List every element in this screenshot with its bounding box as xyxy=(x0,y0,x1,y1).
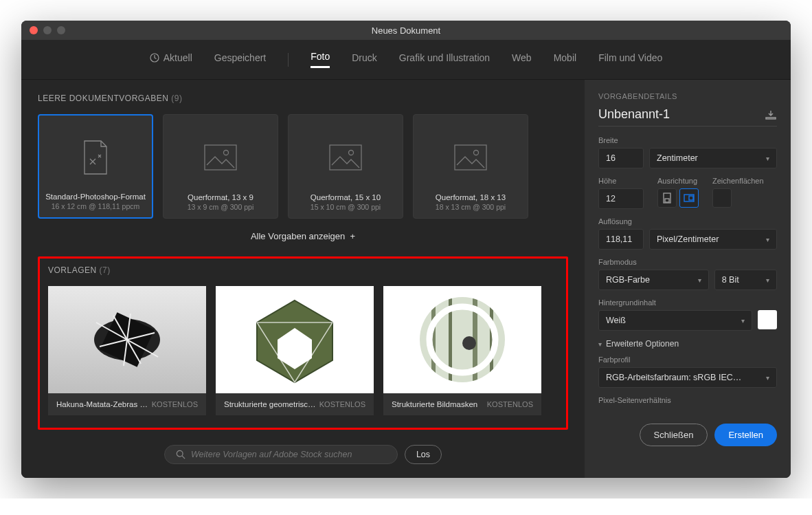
document-name[interactable]: Unbenannt-1 xyxy=(598,107,670,122)
svg-line-25 xyxy=(182,456,185,459)
search-icon xyxy=(176,450,185,459)
bg-select[interactable]: Weiß▾ xyxy=(598,310,752,331)
minimize-window-button[interactable] xyxy=(43,26,52,34)
search-input-wrap[interactable] xyxy=(164,445,398,464)
width-label: Breite xyxy=(598,136,777,144)
preset-card[interactable]: Querformat, 13 x 9 13 x 9 cm @ 300 ppi xyxy=(163,114,278,219)
presets-heading: LEERE DOKUMENTVORGABEN (9) xyxy=(38,94,568,103)
svg-point-24 xyxy=(177,450,183,457)
stock-search: Los xyxy=(38,445,568,464)
window-title: Neues Dokument xyxy=(21,25,791,36)
main-panel: LEERE DOKUMENTVORGABEN (9) Standard-Phot… xyxy=(21,80,585,478)
template-card[interactable]: Strukturierte geometrisch…KOSTENLOS xyxy=(216,286,374,415)
details-heading: VORGABENDETAILS xyxy=(598,92,777,100)
templates-section: VORLAGEN (7) xyxy=(38,256,568,430)
tab-web[interactable]: Web xyxy=(512,52,532,67)
document-icon xyxy=(80,140,111,175)
height-label: Höhe xyxy=(598,177,644,185)
resolution-unit-select[interactable]: Pixel/Zentimeter▾ xyxy=(649,229,777,250)
tab-photo[interactable]: Foto xyxy=(311,51,330,68)
landscape-icon xyxy=(454,144,487,171)
svg-rect-5 xyxy=(455,145,486,170)
artboards-checkbox[interactable] xyxy=(712,188,732,208)
height-input[interactable] xyxy=(598,188,644,209)
tab-mobile[interactable]: Mobil xyxy=(554,52,576,67)
save-preset-icon[interactable] xyxy=(765,110,777,120)
tab-film[interactable]: Film und Video xyxy=(598,52,662,67)
preset-card[interactable]: Standard-Photoshop-Format 16 x 12 cm @ 1… xyxy=(38,114,153,219)
clock-icon xyxy=(150,53,159,63)
svg-rect-29 xyxy=(689,196,693,200)
landscape-icon xyxy=(329,144,362,171)
tab-print[interactable]: Druck xyxy=(352,52,377,67)
template-grid: Hakuna-Matata-Zebras –…KOSTENLOS Struktu… xyxy=(48,286,558,415)
orientation-portrait[interactable] xyxy=(657,188,677,208)
show-all-presets[interactable]: Alle Vorgaben anzeigen + xyxy=(38,231,568,241)
close-window-button[interactable] xyxy=(30,26,38,34)
template-thumbnail xyxy=(65,298,189,381)
svg-point-4 xyxy=(349,151,354,155)
unit-select[interactable]: Zentimeter▾ xyxy=(649,148,777,168)
new-document-dialog: Neues Dokument Aktuell Gespeichert Foto … xyxy=(21,21,791,478)
search-go-button[interactable]: Los xyxy=(405,445,442,464)
preset-grid: Standard-Photoshop-Format 16 x 12 cm @ 1… xyxy=(38,114,568,219)
orientation-landscape[interactable] xyxy=(679,188,699,208)
profile-select[interactable]: RGB-Arbeitsfarbraum: sRGB IEC6196…▾ xyxy=(598,367,777,388)
bitdepth-select[interactable]: 8 Bit▾ xyxy=(714,270,777,290)
resolution-input[interactable] xyxy=(598,229,644,250)
window-controls xyxy=(21,26,65,34)
bg-color-swatch[interactable] xyxy=(758,310,777,329)
resolution-label: Auflösung xyxy=(598,217,777,226)
template-thumbnail xyxy=(411,292,514,388)
colormode-label: Farbmodus xyxy=(598,258,777,266)
colormode-select[interactable]: RGB-Farbe▾ xyxy=(598,270,709,290)
svg-point-22 xyxy=(462,336,476,350)
svg-rect-27 xyxy=(665,199,669,202)
close-button[interactable]: Schließen xyxy=(640,424,708,446)
templates-heading: VORLAGEN (7) xyxy=(48,265,558,275)
search-input[interactable] xyxy=(191,450,386,459)
template-card[interactable]: Strukturierte BildmaskenKOSTENLOS xyxy=(383,286,541,415)
preset-card[interactable]: Querformat, 15 x 10 15 x 10 cm @ 300 ppi xyxy=(288,114,403,219)
orientation-label: Ausrichtung xyxy=(657,177,699,185)
template-thumbnail xyxy=(247,295,343,384)
bg-label: Hintergrundinhalt xyxy=(598,298,777,307)
template-card[interactable]: Hakuna-Matata-Zebras –…KOSTENLOS xyxy=(48,286,206,415)
advanced-toggle[interactable]: ▾Erweiterte Optionen xyxy=(598,339,777,349)
width-input[interactable] xyxy=(598,148,644,168)
maximize-window-button[interactable] xyxy=(57,26,65,34)
svg-rect-1 xyxy=(205,145,236,170)
separator xyxy=(288,53,289,67)
create-button[interactable]: Erstellen xyxy=(714,424,777,446)
tab-recent[interactable]: Aktuell xyxy=(150,52,192,67)
tab-art[interactable]: Grafik und Illustration xyxy=(399,52,490,67)
pixel-aspect-label: Pixel-Seitenverhältnis xyxy=(598,396,777,404)
details-panel: VORGABENDETAILS Unbenannt-1 Breite Zenti… xyxy=(585,80,791,478)
svg-rect-3 xyxy=(330,145,361,170)
profile-label: Farbprofil xyxy=(598,355,777,364)
tab-saved[interactable]: Gespeichert xyxy=(214,52,266,67)
svg-point-2 xyxy=(224,151,229,155)
landscape-icon xyxy=(204,144,237,171)
category-tabs: Aktuell Gespeichert Foto Druck Grafik un… xyxy=(21,40,791,80)
svg-point-6 xyxy=(474,151,479,155)
titlebar: Neues Dokument xyxy=(21,21,791,40)
preset-card[interactable]: Querformat, 18 x 13 18 x 13 cm @ 300 ppi xyxy=(413,114,528,219)
artboards-label: Zeichenflächen xyxy=(712,177,764,185)
